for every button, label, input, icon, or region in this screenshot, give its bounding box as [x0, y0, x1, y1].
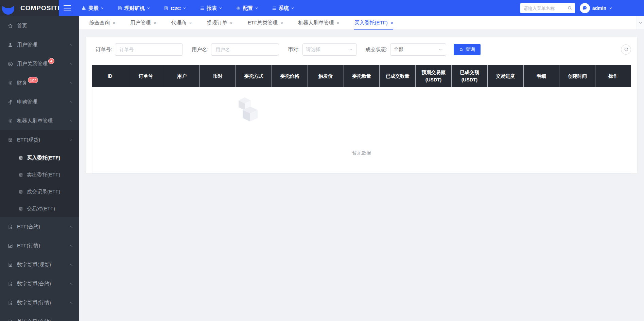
close-icon[interactable]: ×: [336, 21, 339, 25]
chevron-down-icon: [69, 81, 73, 85]
table-header-cell: ID: [92, 65, 128, 87]
nav-item-reports[interactable]: 报表: [199, 5, 223, 12]
list-icon: [272, 5, 277, 11]
shop-icon: [7, 262, 13, 268]
gear-icon: [7, 118, 13, 124]
order-no-label: 订单号:: [95, 46, 112, 53]
pair-select[interactable]: 请选择: [302, 43, 357, 56]
search-icon: [459, 48, 464, 52]
nav-item-label: 美股: [88, 5, 99, 12]
chevron-down-icon: [69, 225, 73, 229]
close-icon[interactable]: ×: [280, 21, 283, 25]
table-header-cell: 已成交数量: [379, 65, 415, 87]
sidebar-item-label: 数字货币(行情): [17, 300, 51, 306]
table-header-cell: 明细: [523, 65, 559, 87]
document-icon: [163, 5, 169, 11]
sidebar-item-crypto-market[interactable]: 数字货币(行情): [0, 293, 79, 312]
search-icon[interactable]: [567, 5, 572, 11]
nav-item-label: 报表: [207, 5, 217, 12]
sidebar-item-trade-records-etf[interactable]: 成交记录(ETF): [0, 183, 79, 200]
table-header: ID 订单号 用户 币对 委托方式 委托价格 触发价 委托数量 已成交数量 预期…: [92, 65, 631, 87]
close-icon[interactable]: ×: [230, 21, 233, 25]
sidebar-item-buy-order-etf[interactable]: 买入委托(ETF): [0, 149, 79, 166]
close-icon[interactable]: ×: [153, 21, 156, 25]
sidebar-item-forex-contract[interactable]: 外汇交易(合约): [0, 312, 79, 321]
pair-label: 币对:: [288, 46, 299, 53]
tab-comprehensive-query[interactable]: 综合查询 ×: [89, 16, 115, 30]
document-icon: [117, 5, 123, 11]
sidebar-group-etf-spot: ETF(现货) 买入委托(ETF) 卖出委托(ETF) 成交记录(ETF) 交易…: [0, 130, 79, 217]
search-button-label: 查询: [466, 46, 475, 53]
table-header-cell: 触发价: [308, 65, 344, 87]
tab-label: 机器人刷单管理: [298, 20, 334, 26]
sidebar-item-label: 成交记录(ETF): [27, 189, 60, 195]
chevron-down-icon: [69, 263, 73, 267]
shop-icon: [18, 189, 23, 194]
sidebar-item-crypto-contract[interactable]: 数字货币(合约): [0, 274, 79, 293]
nav-item-wealth-miner[interactable]: 理财矿机: [117, 5, 151, 12]
chevron-down-icon: [349, 48, 353, 52]
sidebar-item-subscription-management[interactable]: 申购管理: [0, 92, 79, 111]
sidebar-item-etf-spot[interactable]: ETF(现货): [0, 130, 79, 149]
nav-item-config[interactable]: 配置: [236, 5, 259, 12]
order-no-input[interactable]: [115, 43, 183, 56]
sidebar-item-user-management[interactable]: 用户管理: [0, 35, 79, 54]
close-icon[interactable]: ×: [189, 21, 192, 25]
table-header-cell: 交易进度: [487, 65, 523, 87]
tab-etf-category-management[interactable]: ETF总类管理 ×: [248, 16, 283, 30]
username-input[interactable]: [211, 43, 279, 56]
tab-withdrawal-orders[interactable]: 提现订单 ×: [207, 16, 233, 30]
nav-item-c2c[interactable]: C2C: [163, 5, 187, 11]
nav-item-system[interactable]: 系统: [272, 5, 295, 12]
table-header-cell: 用户: [164, 65, 200, 87]
username-label: 用户名:: [192, 46, 208, 53]
sidebar-item-etf-market[interactable]: ETF(行情): [0, 236, 79, 255]
search-button[interactable]: 查询: [454, 44, 481, 55]
status-select[interactable]: 全部: [390, 43, 446, 56]
chevron-down-icon: [146, 6, 151, 10]
close-icon[interactable]: ×: [390, 21, 393, 25]
table-header-cell: 币对: [199, 65, 236, 87]
chevron-down-icon: [255, 6, 259, 10]
sidebar-item-crypto-spot[interactable]: 数字货币(现货): [0, 255, 79, 274]
sidebar-item-home[interactable]: 首页: [0, 16, 79, 35]
sidebar-item-label: ETF(合约): [17, 224, 40, 230]
sidebar-item-label: 卖出委托(ETF): [27, 172, 60, 178]
tab-user-management[interactable]: 用户管理 ×: [130, 16, 156, 30]
sidebar-item-etf-contract[interactable]: ETF(合约): [0, 217, 79, 236]
chevron-down-icon: [69, 282, 73, 286]
table-header-cell: 操作: [595, 65, 631, 87]
chevron-down-icon: [291, 6, 295, 10]
tab-buy-order-etf[interactable]: 买入委托(ETF) ×: [354, 16, 393, 30]
tab-agent[interactable]: 代理商 ×: [171, 16, 192, 30]
top-nav-right: admin: [520, 3, 613, 13]
brand-logo[interactable]: COMPOSITE: [0, 0, 59, 16]
tab-overflow-button[interactable]: [637, 16, 644, 30]
hamburger-icon: [64, 5, 71, 6]
chevron-down-icon: [69, 119, 73, 123]
menu-search-box: [520, 3, 575, 13]
sidebar-item-robot-order-management[interactable]: 机器人刷单管理: [0, 111, 79, 130]
username: admin: [592, 5, 606, 11]
edit-icon: [7, 243, 13, 249]
sidebar-item-label: 机器人刷单管理: [17, 118, 53, 124]
sidebar-collapse-button[interactable]: [64, 5, 71, 11]
sidebar-item-user-relation-management[interactable]: 用户关系管理 4: [0, 54, 79, 73]
nav-item-us-stocks[interactable]: 美股: [81, 5, 104, 12]
table-header-cell: 委托数量: [344, 65, 380, 87]
tab-robot-order-management[interactable]: 机器人刷单管理 ×: [298, 16, 339, 30]
sidebar-item-finance[interactable]: 财务 127: [0, 73, 79, 92]
empty-box-illustration: [228, 96, 262, 127]
sidebar-item-trading-pairs-etf[interactable]: 交易对(ETF): [0, 200, 79, 217]
chevron-down-icon: [182, 6, 187, 10]
orders-table: ID 订单号 用户 币对 委托方式 委托价格 触发价 委托数量 已成交数量 预期…: [92, 65, 631, 173]
close-icon[interactable]: ×: [112, 21, 115, 25]
brand-logo-icon: [1, 1, 16, 15]
signpost-icon: [7, 99, 13, 105]
tab-label: 综合查询: [89, 20, 110, 26]
user-menu[interactable]: admin: [580, 3, 613, 13]
top-nav: 美股 理财矿机 C2C 报表 配置: [59, 0, 644, 16]
refresh-button[interactable]: [621, 44, 631, 55]
menu-search-input[interactable]: [520, 3, 575, 13]
sidebar-item-sell-order-etf[interactable]: 卖出委托(ETF): [0, 166, 79, 183]
